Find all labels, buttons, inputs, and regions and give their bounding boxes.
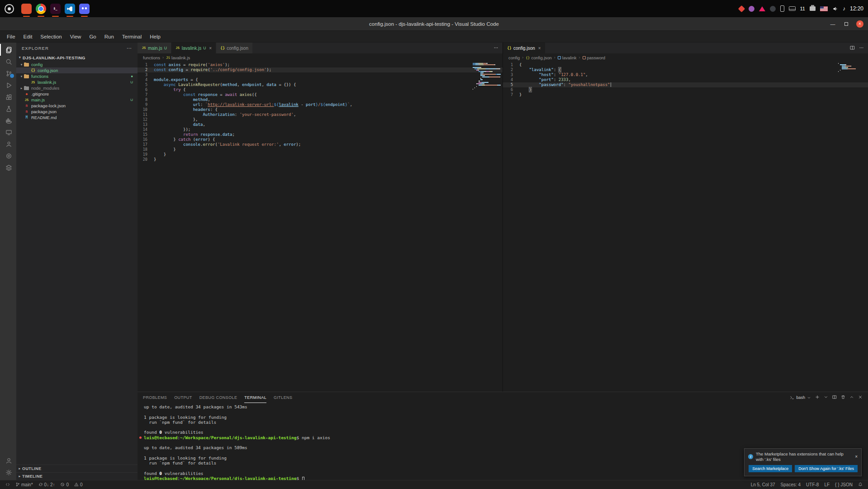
menu-go[interactable]: Go	[85, 31, 100, 42]
minimize-button[interactable]: —	[829, 20, 836, 28]
more-icon[interactable]	[859, 44, 864, 52]
status-git-branch[interactable]: main*	[13, 480, 36, 489]
tray-printer[interactable]	[810, 6, 816, 11]
dock-app-red[interactable]	[21, 4, 32, 14]
tray-music[interactable]: ♪	[843, 5, 845, 12]
menu-selection[interactable]: Selection	[36, 31, 66, 42]
activity-database[interactable]	[0, 162, 16, 173]
activity-run-and-debug[interactable]	[0, 79, 16, 91]
explorer-item-package-lock-json[interactable]: npackage-lock.json	[16, 103, 138, 109]
activity-manage[interactable]	[0, 466, 16, 478]
panel-tab-debug-console[interactable]: DEBUG CONSOLE	[199, 392, 237, 403]
notification-button-don-t-show-again-for-ks-files[interactable]: Don't Show Again for '.ks' Files	[795, 465, 858, 472]
status-warnings[interactable]: 0	[71, 480, 85, 489]
panel-tab-gitlens[interactable]: GITLENS	[274, 392, 292, 403]
status-errors[interactable]: 0	[57, 480, 71, 489]
status-notifications-bell[interactable]	[855, 480, 865, 489]
menu-edit[interactable]: Edit	[19, 31, 37, 42]
panel-tab-terminal[interactable]: TERMINAL	[244, 392, 266, 403]
explorer-item-config[interactable]: ▾config	[16, 62, 138, 67]
dock-app-terminal[interactable]: $_	[50, 4, 61, 14]
activity-remote-explorer[interactable]	[0, 126, 16, 138]
panel-tab-output[interactable]: OUTPUT	[174, 392, 192, 403]
notification-count[interactable]: 11	[800, 6, 805, 11]
tab-close-icon[interactable]: ×	[209, 46, 212, 51]
explorer-item-readme-md[interactable]: MREADME.md	[16, 115, 138, 120]
keyboard-layout-us-flag[interactable]	[820, 6, 828, 11]
notification-close-icon[interactable]: ×	[855, 454, 858, 459]
panel-tab-problems[interactable]: PROBLEMS	[143, 392, 167, 403]
explorer-item-package-json[interactable]: npackage.json	[16, 109, 138, 115]
status-encoding[interactable]: UTF-8	[803, 480, 821, 489]
new-terminal-icon[interactable]	[815, 395, 820, 400]
close-button[interactable]: ×	[856, 20, 863, 28]
status-remote-indicator[interactable]	[3, 480, 13, 489]
breadcrumb-password[interactable]: password	[583, 55, 606, 60]
activity-extensions[interactable]	[0, 91, 16, 103]
terminal-picker-icon[interactable]	[824, 395, 828, 400]
explorer-more-actions[interactable]: ⋯	[127, 45, 132, 51]
kill-terminal-icon[interactable]	[841, 395, 845, 400]
activity-live-share[interactable]	[0, 138, 16, 150]
tab-config-json[interactable]: {}config.json×	[503, 43, 545, 53]
split-editor-icon[interactable]	[850, 44, 855, 52]
project-section-header[interactable]: ▾ DJS-LAVALINK-API-TESTING	[16, 53, 138, 62]
status-git-sync[interactable]: 0↓ 2↑	[36, 480, 58, 489]
status-language-mode[interactable]: { } JSON	[832, 480, 855, 489]
menu-view[interactable]: View	[66, 31, 85, 42]
tray-phone[interactable]	[780, 5, 784, 12]
breadcrumb-lavalink[interactable]: lavalink	[558, 55, 577, 60]
tab-close-icon[interactable]: ×	[538, 46, 541, 51]
close-panel-icon[interactable]	[858, 395, 863, 400]
menu-run[interactable]: Run	[100, 31, 118, 42]
activity-accounts[interactable]	[0, 455, 16, 466]
tray-purple-app[interactable]	[749, 6, 754, 12]
maximize-panel-icon[interactable]	[849, 395, 854, 400]
command-decoration-dot[interactable]	[139, 436, 142, 439]
explorer-item-main-js[interactable]: JSmain.jsU	[16, 97, 138, 103]
tray-volume[interactable]	[832, 6, 838, 12]
activity-search[interactable]	[0, 56, 16, 67]
ubuntu-activities-button[interactable]	[5, 4, 14, 14]
activity-explorer[interactable]	[0, 44, 16, 56]
tab-lavalink-js[interactable]: JSlavalink.jsU×	[171, 43, 216, 53]
section-outline[interactable]: ▸OUTLINE	[16, 465, 138, 472]
tab-config-json[interactable]: {}config.json	[216, 43, 253, 53]
split-terminal-icon[interactable]	[832, 395, 837, 400]
editor-lavalink-js[interactable]: 1const axios = require('axios');2const c…	[138, 62, 503, 392]
activity-source-control[interactable]	[0, 67, 16, 79]
activity-testing[interactable]	[0, 103, 16, 115]
tray-discord[interactable]	[770, 6, 776, 12]
clock[interactable]: 12:20	[850, 5, 863, 12]
explorer-item-node-modules[interactable]: ▸node_modules	[16, 85, 138, 91]
dock-app-discord[interactable]	[79, 4, 90, 14]
activity-gitlens[interactable]	[0, 150, 16, 162]
explorer-item-config-json[interactable]: {}config.json	[16, 67, 138, 73]
menu-help[interactable]: Help	[146, 31, 165, 42]
notification-button-search-marketplace[interactable]: Search Marketplace	[749, 465, 792, 472]
more-icon[interactable]	[493, 44, 498, 52]
shell-selector[interactable]: bash	[790, 395, 811, 400]
dock-app-chrome[interactable]	[36, 4, 46, 14]
tray-red-diamond[interactable]	[738, 5, 745, 12]
breadcrumb-config[interactable]: config	[508, 55, 520, 60]
menu-terminal[interactable]: Terminal	[118, 31, 146, 42]
dock-app-vscode[interactable]	[65, 4, 75, 14]
explorer-item-lavalink-js[interactable]: JSlavalink.jsU	[16, 79, 138, 85]
menu-file[interactable]: File	[3, 31, 19, 42]
section-timeline[interactable]: ▸TIMELINE	[16, 472, 138, 480]
breadcrumb-lavalink-js[interactable]: JSlavalink.js	[166, 55, 190, 60]
status-cursor-position[interactable]: Ln 5, Col 37	[748, 480, 778, 489]
tray-keyboard[interactable]	[789, 6, 796, 11]
tab-main-js[interactable]: JSmain.jsU	[138, 43, 171, 53]
breadcrumb-functions[interactable]: functions	[143, 55, 160, 60]
status-eol[interactable]: LF	[821, 480, 832, 489]
activity-docker[interactable]	[0, 115, 16, 126]
tray-prism-app[interactable]	[759, 6, 765, 11]
breadcrumb-config-json[interactable]: {}config.json	[526, 55, 551, 60]
editor-config-json[interactable]: 1{2 "lavalink": {3 "host": "127.0.0.1",4…	[503, 62, 868, 392]
explorer-item-functions[interactable]: ▾functions●	[16, 73, 138, 79]
explorer-item--gitignore[interactable]: ◆.gitignore	[16, 91, 138, 97]
maximize-button[interactable]	[844, 22, 848, 26]
status-indentation[interactable]: Spaces: 4	[778, 480, 803, 489]
